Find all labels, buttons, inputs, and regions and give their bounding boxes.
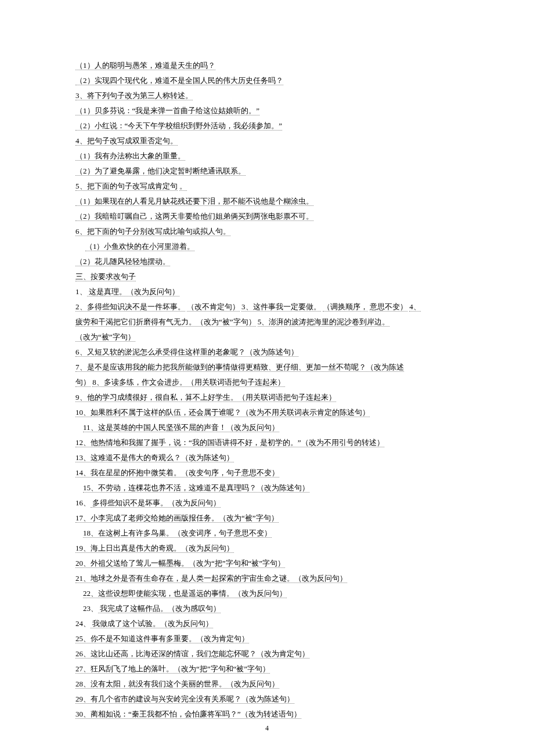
text-line: 1、 这是真理。（改为反问句） <box>75 284 459 299</box>
text-segment: （1）我有办法称出大象的重量。 <box>75 151 185 161</box>
text-segment: 18、在这树上有许多鸟巢。（改变词序，句子意思不变） <box>83 529 272 538</box>
text-line: （2）我暗暗叮嘱自己，这两天非要给他们姐弟俩买到两张电影票不可。 <box>75 209 459 224</box>
text-segment: （2）我暗暗叮嘱自己，这两天非要给他们姐弟俩买到两张电影票不可。 <box>75 212 313 221</box>
text-line: 3、将下列句子改为第三人称转述。 <box>75 88 459 103</box>
text-line: 24、 我做成了这个试验。（改为反问句） <box>75 616 459 631</box>
text-line: 12、他热情地和我握了握手，说：“我的国语讲得不好，是初学的。”（改为不用引号的… <box>75 435 459 450</box>
text-line: 15、不劳动，连棵花也养不活，这难道不是真理吗？（改为陈述句） <box>75 480 459 495</box>
text-line: （1）贝多芬说：“我是来弹一首曲子给这位姑娘听的。” <box>75 103 459 118</box>
text-segment: 意思不变） <box>370 302 407 312</box>
content-body: （1）人的聪明与愚笨，难道是天生的吗？（2）实现四个现代化，难道不是全国人民的伟… <box>75 58 459 722</box>
text-line: （改为“被”字句） <box>75 330 459 345</box>
text-line: （1）人的聪明与愚笨，难道是天生的吗？ <box>75 58 459 73</box>
text-segment: 疲劳和干渴把它们折磨得有气无力。（改为“被”字句） <box>75 317 256 327</box>
text-segment: （1）小鱼欢快的在小河里游着。 <box>85 242 195 251</box>
text-segment: 15、不劳动，连棵花也养不活，这难道不是真理吗？（改为陈述句） <box>83 483 309 493</box>
text-segment: 16、 <box>75 498 91 507</box>
text-line: 25、你不是不知道这件事有多重要。（改为肯定句） <box>75 631 459 646</box>
text-segment: 29、有几个省市的建设与兴安岭完全没有关系呢？（改为陈述句） <box>75 694 294 704</box>
text-segment: （2）为了避免暴露，他们决定暂时断绝通讯联系。 <box>75 167 246 176</box>
text-segment: 6、又短又软的淤泥怎么承受得住这样重的老象呢？（改为陈述句） <box>75 348 298 357</box>
text-line: 21、地球之外是否有生命存在，是人类一起探索的宇宙生命之谜。（改为反问句） <box>75 571 459 586</box>
text-segment: 5、把下面的句子改写成肯定句 <box>75 182 178 191</box>
text-line: 5、把下面的句子改写成肯定句 。 <box>75 179 459 194</box>
text-segment: 24、 <box>75 619 91 628</box>
text-line: 27、狂风刮飞了地上的落叶。（改为“把”字句和“被”字句） <box>75 661 459 677</box>
text-segment: 28、没有太阳，就没有我们这个美丽的世界。（改为反问句） <box>75 679 279 689</box>
text-segment: 21、地球之外是否有生命存在，是人类一起探索的宇宙生命之谜。（改为反问句） <box>75 574 347 583</box>
text-segment: 6、把下面的句子分别改写成比喻句或拟人句。 <box>75 227 230 236</box>
text-line: 6、又短又软的淤泥怎么承受得住这样重的老象呢？（改为陈述句） <box>75 345 459 360</box>
text-segment: 11、这是英雄的中国人民坚强不屈的声音！（改为反问句） <box>83 423 279 432</box>
text-segment: 多得些知识不是坏事。（改为反问句） <box>91 498 221 508</box>
text-segment: 。 <box>179 182 187 191</box>
text-segment: 8、多读多练，作文会进步。（用关联词语把句子连起来） <box>92 378 285 387</box>
text-line: 19、海上日出真是伟大的奇观。（改为反问句） <box>75 541 459 556</box>
text-segment: 19、海上日出真是伟大的奇观。（改为反问句） <box>75 544 234 553</box>
text-segment: 26、这比山还高，比海还深的情谊，我们怎能忘怀呢？（改为肯定句） <box>75 649 309 659</box>
text-line: 20、外祖父送给了莺儿一幅墨梅。（改为“把”字句和“被”字句） <box>75 556 459 571</box>
text-segment: 14、我在星星的怀抱中微笑着。（改变句序，句子意思不变） <box>75 468 279 478</box>
text-segment: 我完成了这幅作品。（改为感叹句） <box>98 604 221 613</box>
text-line: 16、 多得些知识不是坏事。（改为反问句） <box>75 495 459 511</box>
text-line: 7、是不是应该用我的能力把我所能做到的事情做得更精致、更仔细、更加一丝不苟呢？（… <box>75 360 459 375</box>
text-segment: （改不肯定句） <box>187 302 240 312</box>
text-segment: 2、多得些知识决不是一件坏事。 <box>75 302 185 312</box>
text-line: 22、这些设想即使能实现，也是遥远的事情。（改为反问句） <box>75 586 459 601</box>
text-segment: （2）小红说：“今天下午学校组织到野外活动，我必须参加。” <box>75 121 282 131</box>
text-segment: （1）人的聪明与愚笨，难道是天生的吗？ <box>75 61 215 70</box>
text-segment: 我做成了这个试验。（改为反问句） <box>91 619 213 628</box>
text-line: 句） 8、多读多练，作文会进步。（用关联词语把句子连起来） <box>75 375 459 390</box>
text-segment: 这是真理。（改为反问句） <box>87 287 179 296</box>
text-line: 28、没有太阳，就没有我们这个美丽的世界。（改为反问句） <box>75 677 459 692</box>
text-line: （2）为了避免暴露，他们决定暂时断绝通讯联系。 <box>75 164 459 179</box>
text-line: （1）我有办法称出大象的重量。 <box>75 149 459 164</box>
text-line: 11、这是英雄的中国人民坚强不屈的声音！（改为反问句） <box>75 420 459 435</box>
text-line: 13、这难道不是伟大的奇观么？（改为陈述句） <box>75 450 459 465</box>
text-segment: 17、小李完成了老师交给她的画版报任务。（改为“被”字句） <box>75 513 279 523</box>
text-line: 30、蔺相如说：“秦王我都不怕，会怕廉将军吗？”（改为转述语句） <box>75 707 459 722</box>
text-segment: 句） <box>75 378 91 387</box>
text-line: （1）小鱼欢快的在小河里游着。 <box>75 239 459 254</box>
text-line: 17、小李完成了老师交给她的画版报任务。（改为“被”字句） <box>75 511 459 526</box>
text-segment: 10、如果胜利不属于这样的队伍，还会属于谁呢？（改为不用关联词表示肯定的陈述句） <box>75 408 370 417</box>
text-line: 23、 我完成了这幅作品。（改为感叹句） <box>75 601 459 616</box>
text-line: 10、如果胜利不属于这样的队伍，还会属于谁呢？（改为不用关联词表示肯定的陈述句） <box>75 405 459 420</box>
text-segment: 13、这难道不是伟大的奇观么？（改为陈述句） <box>75 453 234 462</box>
text-segment: 5、澎湃的波涛把海里的泥沙卷到岸边。 <box>258 317 390 327</box>
text-segment: 4、把句子改写成双重否定句。 <box>75 136 178 146</box>
text-line: 26、这比山还高，比海还深的情谊，我们怎能忘怀呢？（改为肯定句） <box>75 646 459 661</box>
text-segment: （1）如果现在的人看见月缺花残还要下泪，那不能不说他是个糊涂虫。 <box>75 197 313 206</box>
text-line: 6、把下面的句子分别改写成比喻句或拟人句。 <box>75 224 459 239</box>
text-segment: 20、外祖父送给了莺儿一幅墨梅。（改为“把”字句和“被”字句） <box>75 559 285 568</box>
text-line: 三、按要求改句子 <box>75 269 459 284</box>
text-line: （1）如果现在的人看见月缺花残还要下泪，那不能不说他是个糊涂虫。 <box>75 194 459 209</box>
text-segment: 22、这些设想即使能实现，也是遥远的事情。（改为反问句） <box>83 589 287 598</box>
text-line: （2）小红说：“今天下午学校组织到野外活动，我必须参加。” <box>75 118 459 133</box>
text-segment: 30、蔺相如说：“秦王我都不怕，会怕廉将军吗？”（改为转述语句） <box>75 710 301 719</box>
text-segment: 23、 <box>83 604 98 613</box>
text-segment: （2）实现四个现代化，难道不是全国人民的伟大历史任务吗？ <box>75 76 283 85</box>
text-line: 4、把句子改写成双重否定句。 <box>75 133 459 149</box>
text-segment: 1、 <box>75 287 87 296</box>
text-segment: 9、他的学习成绩很好，很自私，算不上好学生。（用关联词语把句子连起来） <box>75 393 336 402</box>
text-segment: （2）花儿随风轻轻地摆动。 <box>75 257 170 266</box>
text-segment: 4、 <box>409 302 421 312</box>
text-segment: 3、这件事我一定要做。 <box>241 302 321 312</box>
text-segment: 25、你不是不知道这件事有多重要。（改为肯定句） <box>75 634 249 643</box>
text-line: 29、有几个省市的建设与兴安岭完全没有关系呢？（改为陈述句） <box>75 692 459 707</box>
text-segment: （改为“被”字句） <box>75 332 135 342</box>
page-number: 4 <box>0 721 534 735</box>
text-line: （2）实现四个现代化，难道不是全国人民的伟大历史任务吗？ <box>75 73 459 88</box>
text-line: 14、我在星星的怀抱中微笑着。（改变句序，句子意思不变） <box>75 465 459 480</box>
text-segment: （1）贝多芬说：“我是来弹一首曲子给这位姑娘听的。” <box>75 106 259 115</box>
text-segment: 三、按要求改句子 <box>75 272 136 281</box>
document-page: （1）人的聪明与愚笨，难道是天生的吗？（2）实现四个现代化，难道不是全国人民的伟… <box>0 0 534 756</box>
text-segment: 12、他热情地和我握了握手，说：“我的国语讲得不好，是初学的。”（改为不用引号的… <box>75 438 384 447</box>
text-segment: （调换顺序， <box>323 302 368 312</box>
text-segment: 27、狂风刮飞了地上的落叶。（改为“把”字句和“被”字句） <box>75 664 270 674</box>
text-line: 2、多得些知识决不是一件坏事。 （改不肯定句） 3、这件事我一定要做。 （调换顺… <box>75 299 459 314</box>
text-segment: 7、是不是应该用我的能力把我所能做到的事情做得更精致、更仔细、更加一丝不苟呢？（… <box>75 363 404 372</box>
text-line: 9、他的学习成绩很好，很自私，算不上好学生。（用关联词语把句子连起来） <box>75 390 459 405</box>
text-line: （2）花儿随风轻轻地摆动。 <box>75 254 459 269</box>
